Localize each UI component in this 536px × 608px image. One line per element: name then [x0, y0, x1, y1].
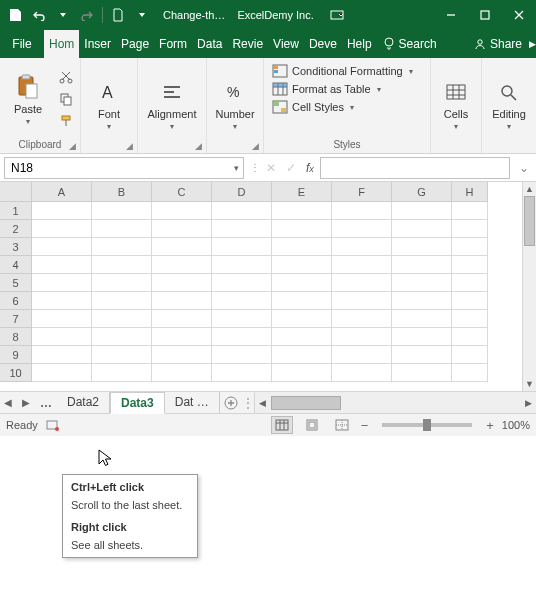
cell[interactable]	[452, 238, 488, 256]
expand-formula-bar-icon[interactable]: ⌄	[516, 161, 532, 175]
chevron-down-icon[interactable]: ▾	[234, 163, 239, 173]
row-header[interactable]: 4	[0, 256, 32, 274]
cell[interactable]	[272, 292, 332, 310]
row-header[interactable]: 10	[0, 364, 32, 382]
row-header[interactable]: 6	[0, 292, 32, 310]
cell[interactable]	[332, 328, 392, 346]
scroll-up-icon[interactable]: ▲	[523, 182, 536, 196]
cell[interactable]	[32, 328, 92, 346]
normal-view-icon[interactable]	[271, 416, 293, 434]
cell[interactable]	[392, 310, 452, 328]
maximize-button[interactable]	[468, 0, 502, 30]
tabs-overflow-icon[interactable]: ▶	[528, 30, 536, 58]
tab-page[interactable]: Page	[116, 30, 154, 58]
cell[interactable]	[272, 346, 332, 364]
tab-deve[interactable]: Deve	[304, 30, 342, 58]
tab-split-handle[interactable]: ⋮	[242, 392, 254, 413]
name-box[interactable]: N18▾	[4, 157, 244, 179]
cell[interactable]	[152, 220, 212, 238]
column-header[interactable]: C	[152, 182, 212, 202]
column-header[interactable]: G	[392, 182, 452, 202]
vertical-scrollbar[interactable]: ▲ ▼	[522, 182, 536, 391]
zoom-slider[interactable]	[382, 423, 472, 427]
cell[interactable]	[392, 220, 452, 238]
cell[interactable]	[32, 274, 92, 292]
undo-dropdown-icon[interactable]	[52, 4, 74, 26]
cell[interactable]	[272, 310, 332, 328]
tab-view[interactable]: View	[268, 30, 304, 58]
tab-revie[interactable]: Revie	[227, 30, 268, 58]
cell[interactable]	[392, 328, 452, 346]
minimize-button[interactable]	[434, 0, 468, 30]
cell[interactable]	[332, 274, 392, 292]
save-icon[interactable]	[4, 4, 26, 26]
cell[interactable]	[392, 274, 452, 292]
cell-styles-button[interactable]: Cell Styles▾	[268, 99, 426, 115]
cell[interactable]	[332, 310, 392, 328]
cell[interactable]	[152, 238, 212, 256]
select-all-corner[interactable]	[0, 182, 32, 202]
cell[interactable]	[452, 364, 488, 382]
cell[interactable]	[452, 346, 488, 364]
format-as-table-button[interactable]: Format as Table▾	[268, 81, 426, 97]
dialog-launcher-icon[interactable]: ◢	[195, 141, 202, 151]
cell[interactable]	[152, 364, 212, 382]
cell[interactable]	[92, 310, 152, 328]
qat-dropdown-icon[interactable]	[131, 4, 153, 26]
copy-icon[interactable]	[56, 89, 76, 109]
cell[interactable]	[392, 256, 452, 274]
cell[interactable]	[152, 202, 212, 220]
dialog-launcher-icon[interactable]: ◢	[252, 141, 259, 151]
cell[interactable]	[272, 238, 332, 256]
cell[interactable]	[452, 256, 488, 274]
cell[interactable]	[392, 364, 452, 382]
column-header[interactable]: F	[332, 182, 392, 202]
undo-icon[interactable]	[28, 4, 50, 26]
cells-button[interactable]: Cells ▾	[435, 69, 477, 141]
cell[interactable]	[92, 328, 152, 346]
cell[interactable]	[32, 364, 92, 382]
sheet-tab[interactable]: Data3	[110, 392, 165, 414]
page-layout-view-icon[interactable]	[301, 416, 323, 434]
editing-button[interactable]: Editing ▾	[486, 69, 532, 141]
row-header[interactable]: 2	[0, 220, 32, 238]
cell[interactable]	[452, 328, 488, 346]
cell[interactable]	[32, 238, 92, 256]
conditional-formatting-button[interactable]: Conditional Formatting▾	[268, 63, 426, 79]
cell[interactable]	[272, 274, 332, 292]
number-button[interactable]: % Number ▾	[211, 69, 259, 141]
sheet-tab[interactable]: Data2	[57, 391, 110, 413]
column-header[interactable]: H	[452, 182, 488, 202]
cell[interactable]	[272, 364, 332, 382]
tab-scroll-right-icon[interactable]: ▶	[22, 397, 30, 408]
tab-inser[interactable]: Inser	[79, 30, 116, 58]
cell[interactable]	[392, 238, 452, 256]
cell[interactable]	[92, 220, 152, 238]
cell[interactable]	[152, 310, 212, 328]
scroll-thumb[interactable]	[524, 196, 535, 246]
cell[interactable]	[452, 310, 488, 328]
tab-form[interactable]: Form	[154, 30, 192, 58]
format-painter-icon[interactable]	[56, 111, 76, 131]
cell[interactable]	[92, 364, 152, 382]
cell[interactable]	[32, 202, 92, 220]
tab-data[interactable]: Data	[192, 30, 227, 58]
cell[interactable]	[32, 256, 92, 274]
column-header[interactable]: D	[212, 182, 272, 202]
cell[interactable]	[152, 328, 212, 346]
new-sheet-button[interactable]	[220, 392, 242, 413]
cell[interactable]	[272, 202, 332, 220]
cell[interactable]	[152, 346, 212, 364]
cell[interactable]	[212, 328, 272, 346]
cell[interactable]	[392, 292, 452, 310]
cell[interactable]	[32, 346, 92, 364]
alignment-button[interactable]: Alignment ▾	[142, 69, 202, 141]
cell[interactable]	[212, 256, 272, 274]
share-button[interactable]: Share	[468, 30, 528, 58]
column-header[interactable]: E	[272, 182, 332, 202]
cell[interactable]	[452, 292, 488, 310]
tab-nav-ellipsis[interactable]: …	[40, 396, 53, 410]
column-header[interactable]: A	[32, 182, 92, 202]
cell[interactable]	[452, 274, 488, 292]
cell[interactable]	[92, 256, 152, 274]
